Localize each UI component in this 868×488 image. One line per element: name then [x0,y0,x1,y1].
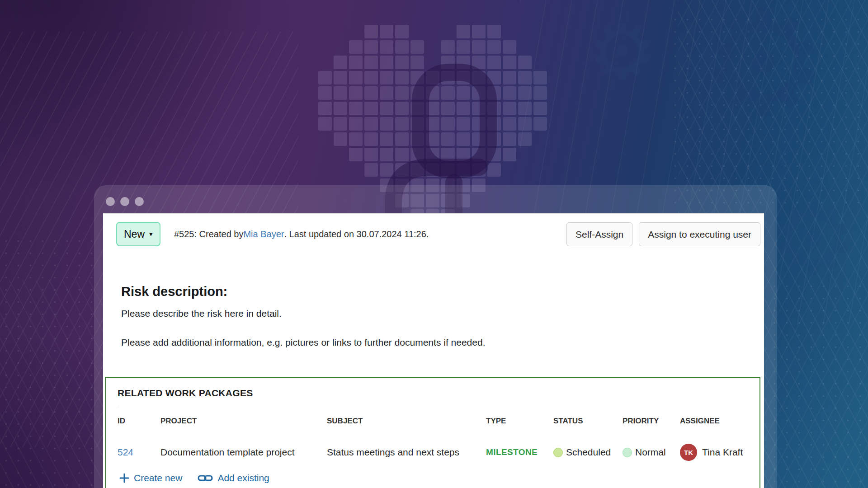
assign-executing-user-button[interactable]: Assign to executing user [639,222,760,246]
table-header-row: ID PROJECT SUBJECT TYPE STATUS PRIORITY … [106,417,760,426]
browser-window-card: New ▾ #525: Created by Mia Bayer . Last … [94,185,777,488]
dot-grid-pattern [769,280,868,488]
status-dropdown[interactable]: New ▾ [116,222,160,246]
column-header-id: ID [118,417,160,426]
assignee-name: Tina Kraft [702,447,743,458]
project-cell: Documentation template project [160,447,327,458]
avatar: TK [680,444,697,461]
work-package-id-link[interactable]: 524 [118,447,133,458]
risk-description-paragraph: Please describe the risk here in detail. [121,308,686,319]
window-controls [106,197,144,206]
self-assign-button[interactable]: Self-Assign [566,222,632,246]
column-header-project: PROJECT [160,417,327,426]
link-icon [198,474,213,483]
gear-icon: ⚙ [588,14,656,90]
status-label: New [124,228,145,240]
type-badge: MILESTONE [486,447,538,457]
risk-description-paragraph: Please add additional information, e.g. … [121,337,686,348]
add-existing-label: Add existing [217,473,269,483]
related-work-packages-section: RELATED WORK PACKAGES ID PROJECT SUBJECT… [105,377,760,488]
column-header-priority: PRIORITY [623,417,680,426]
chevron-down-icon: ▾ [149,230,153,238]
risk-description: Risk description: Please describe the ri… [121,284,686,366]
priority-dot-icon [623,448,632,457]
priority-cell: Normal [635,447,666,458]
subject-cell: Status meetings and next steps [327,447,486,458]
header-actions: Self-Assign Assign to executing user [566,222,760,246]
work-package-panel: New ▾ #525: Created by Mia Bayer . Last … [103,213,764,488]
dot-grid-pattern [0,235,95,488]
section-title: RELATED WORK PACKAGES [118,388,253,399]
create-new-button[interactable]: Create new [119,473,182,483]
status-cell: Scheduled [566,447,611,458]
column-header-subject: SUBJECT [327,417,486,426]
author-link[interactable]: Mia Bayer [243,229,284,239]
column-header-assignee: ASSIGNEE [680,417,760,426]
create-new-label: Create new [134,473,182,483]
window-dot-icon [135,197,144,206]
gear-icon: ⚙ [769,190,858,289]
column-header-type: TYPE [486,417,553,426]
meta-suffix: . Last updated on 30.07.2024 11:26. [284,229,429,239]
plus-icon [119,473,129,483]
dot-grid-pattern [669,14,863,208]
status-dot-icon [553,448,563,457]
meta-prefix: #525: Created by [174,229,243,239]
risk-description-title: Risk description: [121,284,686,299]
column-header-status: STATUS [553,417,623,426]
table-row[interactable]: 524 Documentation template project Statu… [106,441,760,464]
related-actions: Create new Add existing [119,473,269,483]
gear-icon: ⚙ [698,0,828,136]
window-dot-icon [106,197,115,206]
divider [118,406,760,406]
add-existing-button[interactable]: Add existing [198,473,269,483]
work-package-meta: #525: Created by Mia Bayer . Last update… [174,222,429,246]
window-dot-icon [120,197,129,206]
